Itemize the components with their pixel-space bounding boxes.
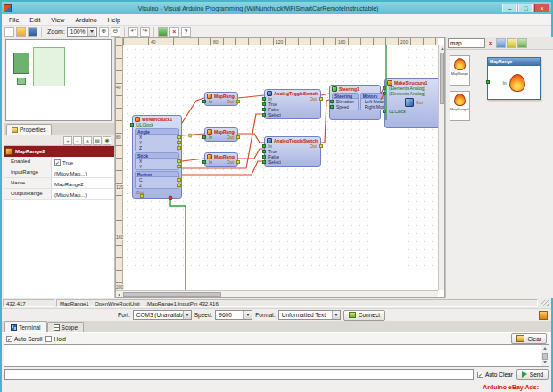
format-select[interactable]: Unformatted Text bbox=[278, 310, 341, 320]
output-pin[interactable] bbox=[177, 135, 181, 139]
log-icon[interactable] bbox=[539, 311, 548, 320]
new-file-icon[interactable] bbox=[4, 27, 14, 37]
zoom-select[interactable]: 100% bbox=[67, 27, 97, 37]
selected-component-header[interactable]: MapRange2 bbox=[4, 146, 114, 157]
help-icon[interactable]: ? bbox=[181, 27, 191, 37]
component-search-input[interactable] bbox=[448, 38, 485, 48]
tab-scope[interactable]: Scope bbox=[47, 322, 84, 332]
format-dropdown-icon[interactable] bbox=[332, 311, 340, 319]
input-pin[interactable] bbox=[202, 160, 206, 164]
output-pin[interactable] bbox=[177, 141, 181, 144]
undo-icon[interactable]: ↶ bbox=[128, 27, 138, 37]
send-button[interactable]: Send bbox=[516, 369, 549, 380]
block-analogtoggleswitch1[interactable]: AnalogToggleSwitch1 InOut True False Sel… bbox=[264, 89, 321, 119]
property-value[interactable]: MapRange2 bbox=[52, 178, 114, 188]
checkbox-checked[interactable]: ✓ bbox=[477, 372, 483, 378]
port-dropdown-icon[interactable] bbox=[183, 311, 191, 319]
stop-icon[interactable]: × bbox=[169, 27, 179, 37]
input-pin[interactable] bbox=[262, 144, 266, 148]
save-file-icon[interactable] bbox=[28, 27, 37, 37]
canvas-horizontal-scrollbar[interactable] bbox=[116, 290, 438, 297]
terminal-output[interactable] bbox=[4, 344, 549, 367]
redo-icon[interactable]: ↷ bbox=[140, 27, 150, 37]
speed-select[interactable]: 9600 bbox=[215, 310, 252, 320]
block-maprange2[interactable]: MapRange2 InOut bbox=[204, 92, 238, 106]
block-maprange1[interactable]: MapRange1 InOut bbox=[204, 127, 238, 142]
open-file-icon[interactable] bbox=[16, 27, 26, 37]
clock-input-pin[interactable] bbox=[130, 123, 134, 127]
sort-category-icon[interactable]: ▤ bbox=[93, 136, 102, 145]
element-input-pin[interactable] bbox=[383, 86, 386, 90]
collapse-all-icon[interactable]: − bbox=[73, 136, 82, 145]
false-input-pin[interactable] bbox=[262, 155, 266, 159]
output-pin[interactable] bbox=[177, 165, 181, 168]
output-pin[interactable] bbox=[236, 160, 240, 164]
connect-button[interactable]: Connect bbox=[343, 310, 385, 321]
output-pin[interactable] bbox=[319, 97, 323, 101]
component-card-maprangeint[interactable]: MapRangeInt bbox=[450, 91, 470, 121]
expand-all-icon[interactable]: + bbox=[63, 136, 72, 145]
resize-grip[interactable] bbox=[541, 300, 549, 306]
send-message-input[interactable] bbox=[4, 369, 474, 380]
output-pin[interactable] bbox=[319, 144, 323, 148]
output-pin[interactable] bbox=[236, 100, 240, 103]
canvas-vertical-scrollbar[interactable] bbox=[438, 45, 444, 290]
speed-input-pin[interactable] bbox=[330, 105, 334, 109]
menu-edit[interactable]: Edit bbox=[25, 16, 45, 24]
categories-icon[interactable] bbox=[507, 38, 516, 48]
settings-icon[interactable]: ✱ bbox=[103, 136, 111, 145]
component-preview-popup[interactable]: MapRange In bbox=[487, 57, 541, 100]
scrollbar-thumb[interactable] bbox=[542, 353, 548, 360]
scroll-down-icon[interactable] bbox=[543, 361, 547, 363]
scroll-up-icon[interactable] bbox=[441, 47, 444, 50]
output-pin[interactable] bbox=[177, 178, 181, 182]
input-pin[interactable] bbox=[202, 100, 206, 103]
overview-minimap[interactable] bbox=[5, 39, 112, 121]
auto-clear-checkbox[interactable]: ✓ Auto Clear bbox=[477, 372, 513, 378]
upload-arduino-icon[interactable] bbox=[158, 27, 168, 37]
menu-view[interactable]: View bbox=[46, 16, 69, 24]
select-input-pin[interactable] bbox=[262, 113, 266, 117]
property-value[interactable]: ✓ True bbox=[52, 157, 114, 167]
tab-properties[interactable]: Properties bbox=[6, 124, 52, 135]
clear-button[interactable]: Clear bbox=[511, 333, 547, 344]
clock-input-pin[interactable] bbox=[383, 110, 386, 113]
checkbox-checked[interactable]: ✓ bbox=[54, 159, 61, 166]
output-pin[interactable] bbox=[177, 184, 181, 187]
block-makestructure1[interactable]: MakeStructure1 (Elements Analog) (Elemen… bbox=[384, 78, 438, 128]
direction-input-pin[interactable] bbox=[330, 100, 334, 103]
zoom-in-icon[interactable]: ⊕ bbox=[99, 27, 109, 37]
scroll-up-icon[interactable] bbox=[543, 347, 547, 350]
input-pin[interactable] bbox=[202, 135, 206, 139]
checkbox-checked[interactable]: ✓ bbox=[6, 336, 12, 342]
true-input-pin[interactable] bbox=[262, 102, 266, 106]
zoom-dropdown-icon[interactable] bbox=[87, 28, 95, 36]
output-pin[interactable] bbox=[236, 135, 240, 139]
false-input-pin[interactable] bbox=[262, 108, 266, 111]
clear-search-icon[interactable]: × bbox=[486, 39, 495, 48]
hold-checkbox[interactable]: Hold bbox=[45, 336, 65, 342]
property-value[interactable]: (Mitov.Map...) bbox=[52, 167, 114, 177]
terminal-scrollbar[interactable] bbox=[541, 345, 549, 366]
block-steering1[interactable]: Steering1 Steering Direction Speed Motor… bbox=[329, 85, 381, 120]
maximize-button[interactable]: □ bbox=[518, 4, 533, 12]
menu-help[interactable]: Help bbox=[103, 16, 125, 24]
zoom-out-icon[interactable]: ⊖ bbox=[111, 27, 120, 37]
block-wiinunchuck1[interactable]: WiiNunchuck1 ULClock Angle X Y Z Stick X… bbox=[132, 115, 182, 199]
speed-dropdown-icon[interactable] bbox=[243, 311, 252, 319]
tab-terminal[interactable]: Terminal bbox=[4, 321, 47, 332]
element-input-pin[interactable] bbox=[383, 92, 386, 95]
i2c-out-pin[interactable] bbox=[140, 194, 144, 198]
design-canvas[interactable]: 40 80 120 160 200 40 80 120 160 200 WiiN… bbox=[115, 37, 445, 298]
scroll-left-icon[interactable] bbox=[118, 293, 120, 297]
filter-icon[interactable] bbox=[496, 38, 506, 48]
checkbox-unchecked[interactable] bbox=[45, 336, 52, 342]
input-pin[interactable] bbox=[262, 97, 266, 101]
component-card-maprange[interactable]: MapRange bbox=[450, 55, 470, 86]
pin-panel-icon[interactable] bbox=[517, 38, 527, 48]
scrollbar-thumb[interactable] bbox=[123, 292, 221, 297]
property-value[interactable]: (Mitov.Map...) bbox=[52, 189, 114, 199]
true-input-pin[interactable] bbox=[262, 150, 266, 153]
select-input-pin[interactable] bbox=[262, 160, 266, 164]
canvas-content[interactable]: WiiNunchuck1 ULClock Angle X Y Z Stick X… bbox=[123, 45, 438, 290]
